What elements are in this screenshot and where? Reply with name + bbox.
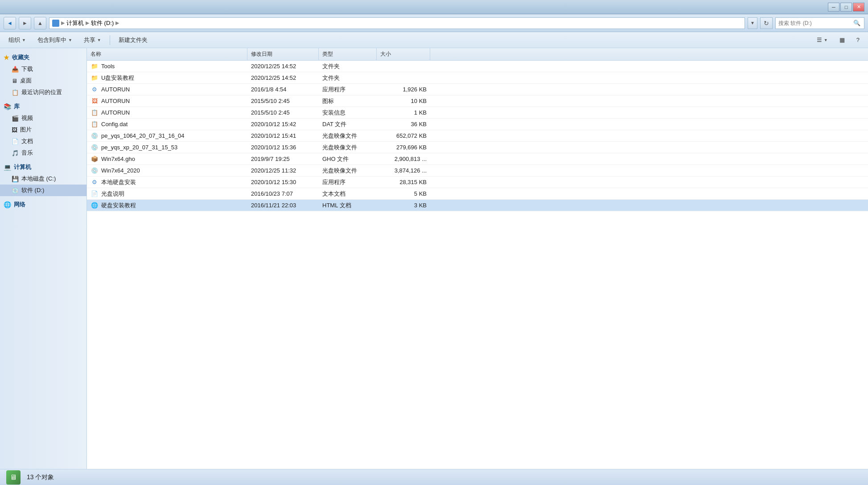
file-date-cell: 2016/1/8 4:54 xyxy=(247,84,319,95)
file-name-cell: 💿 Win7x64_2020 xyxy=(87,165,247,176)
sidebar-section-network: 🌐 网络 xyxy=(0,199,86,210)
back-button[interactable]: ◄ xyxy=(4,17,16,29)
col-header-size[interactable]: 大小 xyxy=(377,48,430,60)
file-date-cell: 2020/10/12 15:41 xyxy=(247,130,319,141)
table-row[interactable]: 📁 U盘安装教程 2020/12/25 14:52 文件夹 xyxy=(87,72,868,84)
file-size-cell: 1 KB xyxy=(377,107,430,118)
recent-label: 最近访问的位置 xyxy=(21,88,62,96)
file-name-cell: ⚙ 本地硬盘安装 xyxy=(87,177,247,188)
file-type-cell: 应用程序 xyxy=(319,177,377,188)
status-icon-container: 🖥 xyxy=(5,470,21,485)
minimize-button[interactable]: ─ xyxy=(828,3,839,12)
table-row[interactable]: 📄 光盘说明 2016/10/23 7:07 文本文档 5 KB xyxy=(87,188,868,200)
share-button[interactable]: 共享 ▼ xyxy=(79,34,106,46)
organize-button[interactable]: 组织 ▼ xyxy=(4,34,31,46)
address-path[interactable]: ▶ 计算机 ▶ 软件 (D:) ▶ xyxy=(49,17,745,29)
music-icon: 🎵 xyxy=(12,150,19,156)
refresh-button[interactable]: ↻ xyxy=(760,17,773,29)
help-button[interactable]: ? xyxy=(852,34,864,46)
file-size-cell: 36 KB xyxy=(377,119,430,130)
table-row[interactable]: 📋 Config.dat 2020/10/12 15:42 DAT 文件 36 … xyxy=(87,119,868,130)
share-arrow: ▼ xyxy=(97,38,101,42)
file-date-cell: 2020/10/12 15:30 xyxy=(247,177,319,188)
sidebar-item-recent[interactable]: 📋 最近访问的位置 xyxy=(0,86,86,98)
file-date-cell: 2020/10/12 15:42 xyxy=(247,119,319,130)
music-label: 音乐 xyxy=(21,149,33,157)
table-row[interactable]: 📋 AUTORUN 2015/5/10 2:45 安装信息 1 KB xyxy=(87,107,868,119)
file-type-icon: 🖼 xyxy=(91,97,99,105)
file-date-cell: 2016/11/21 22:03 xyxy=(247,200,319,211)
file-date-cell: 2020/10/12 15:36 xyxy=(247,142,319,153)
sidebar-section-computer: 💻 计算机 💾 本地磁盘 (C:) 💿 软件 (D:) xyxy=(0,161,86,196)
maximize-button[interactable]: □ xyxy=(840,3,852,12)
file-name: Win7x64_2020 xyxy=(101,167,140,174)
search-input[interactable] xyxy=(778,20,851,26)
file-type-cell: HTML 文档 xyxy=(319,200,377,211)
layout-button[interactable]: ▦ xyxy=(835,34,850,46)
path-part-2[interactable]: 软件 (D:) xyxy=(91,19,114,27)
table-row[interactable]: 💿 Win7x64_2020 2020/12/25 11:32 光盘映像文件 3… xyxy=(87,165,868,177)
sidebar-header-network[interactable]: 🌐 网络 xyxy=(0,199,86,210)
table-row[interactable]: ⚙ 本地硬盘安装 2020/10/12 15:30 应用程序 28,315 KB xyxy=(87,177,868,188)
table-row[interactable]: 💿 pe_yqs_xp_20_07_31_15_53 2020/10/12 15… xyxy=(87,142,868,153)
table-row[interactable]: ⚙ AUTORUN 2016/1/8 4:54 应用程序 1,926 KB xyxy=(87,84,868,95)
col-header-date[interactable]: 修改日期 xyxy=(247,48,319,60)
sidebar-header-computer[interactable]: 💻 计算机 xyxy=(0,161,86,173)
file-type-icon: 📁 xyxy=(91,62,99,70)
file-size-cell: 10 KB xyxy=(377,95,430,107)
toolbar-separator xyxy=(110,35,110,45)
file-type-cell: 文本文档 xyxy=(319,188,377,199)
toolbar-right: ☰ ▼ ▦ ? xyxy=(812,34,864,46)
path-separator-1: ▶ xyxy=(61,20,65,26)
file-list-container[interactable]: 名称 修改日期 类型 大小 📁 Tools 2020/12/25 14:52 文… xyxy=(87,48,868,469)
file-type-icon: 🌐 xyxy=(91,201,99,210)
file-name-cell: 🖼 AUTORUN xyxy=(87,95,247,107)
sidebar-item-picture[interactable]: 🖼 图片 xyxy=(0,124,86,136)
file-date-cell: 2019/9/7 19:25 xyxy=(247,153,319,164)
view-icon: ☰ xyxy=(817,37,822,43)
path-part-1[interactable]: 计算机 xyxy=(66,19,84,27)
sidebar-item-downloads[interactable]: 📥 下载 xyxy=(0,63,86,75)
file-size-cell xyxy=(377,61,430,72)
new-folder-button[interactable]: 新建文件夹 xyxy=(114,34,152,46)
close-button[interactable]: ✕ xyxy=(853,3,864,12)
file-type-icon: 📋 xyxy=(91,109,99,117)
col-header-type[interactable]: 类型 xyxy=(319,48,377,60)
path-dropdown-button[interactable]: ▼ xyxy=(748,17,757,29)
file-name-cell: 📦 Win7x64.gho xyxy=(87,153,247,164)
sidebar-header-favorites[interactable]: ★ 收藏夹 xyxy=(0,52,86,63)
sidebar-item-music[interactable]: 🎵 音乐 xyxy=(0,147,86,159)
new-folder-label: 新建文件夹 xyxy=(119,36,148,44)
sidebar-item-local-c[interactable]: 💾 本地磁盘 (C:) xyxy=(0,173,86,185)
search-box[interactable]: 🔍 xyxy=(775,17,864,29)
file-type-cell: 应用程序 xyxy=(319,84,377,95)
table-row[interactable]: 🌐 硬盘安装教程 2016/11/21 22:03 HTML 文档 3 KB xyxy=(87,200,868,211)
view-arrow: ▼ xyxy=(824,38,828,42)
sidebar-item-document[interactable]: 📄 文档 xyxy=(0,136,86,147)
file-type-cell: 光盘映像文件 xyxy=(319,165,377,176)
table-row[interactable]: 🖼 AUTORUN 2015/5/10 2:45 图标 10 KB xyxy=(87,95,868,107)
forward-button[interactable]: ► xyxy=(19,17,31,29)
up-button[interactable]: ▲ xyxy=(34,17,46,29)
computer-label: 计算机 xyxy=(14,163,31,171)
include-button[interactable]: 包含到库中 ▼ xyxy=(33,34,77,46)
table-row[interactable]: 📦 Win7x64.gho 2019/9/7 19:25 GHO 文件 2,90… xyxy=(87,153,868,165)
sidebar-item-local-d[interactable]: 💿 软件 (D:) xyxy=(0,185,86,196)
view-button[interactable]: ☰ ▼ xyxy=(812,34,833,46)
sidebar-item-desktop[interactable]: 🖥 桌面 xyxy=(0,75,86,86)
table-row[interactable]: 📁 Tools 2020/12/25 14:52 文件夹 xyxy=(87,61,868,72)
search-icon[interactable]: 🔍 xyxy=(853,17,861,29)
file-date-cell: 2020/12/25 11:32 xyxy=(247,165,319,176)
sidebar-item-video[interactable]: 🎬 视频 xyxy=(0,112,86,124)
col-header-name[interactable]: 名称 xyxy=(87,48,247,60)
sidebar-header-library[interactable]: 📚 库 xyxy=(0,101,86,112)
file-type-cell: GHO 文件 xyxy=(319,153,377,164)
picture-icon: 🖼 xyxy=(12,127,17,133)
file-type-cell: 文件夹 xyxy=(319,61,377,72)
file-list-header: 名称 修改日期 类型 大小 xyxy=(87,48,868,61)
local-d-icon: 💿 xyxy=(12,187,19,194)
include-arrow: ▼ xyxy=(68,38,72,42)
table-row[interactable]: 💿 pe_yqs_1064_20_07_31_16_04 2020/10/12 … xyxy=(87,130,868,142)
window-controls: ─ □ ✕ xyxy=(828,3,864,12)
sidebar: ★ 收藏夹 📥 下载 🖥 桌面 📋 最近访问的位置 📚 库 xyxy=(0,48,87,469)
